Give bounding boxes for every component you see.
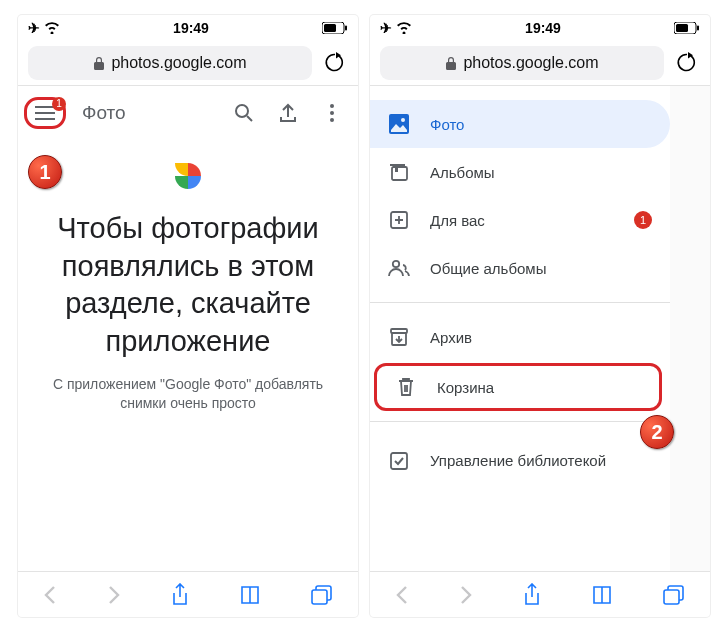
search-icon (234, 103, 254, 123)
wifi-icon (44, 22, 60, 34)
svg-point-5 (330, 111, 334, 115)
drawer-label: Для вас (430, 212, 485, 229)
menu-button[interactable]: 1 (24, 97, 66, 129)
share-button[interactable] (523, 583, 541, 607)
main-content: Чтобы фотографии появлялись в этом разде… (18, 140, 358, 414)
trash-icon (395, 376, 417, 398)
callout-2: 2 (640, 415, 674, 449)
drawer-label: Корзина (437, 379, 494, 396)
svg-rect-14 (392, 167, 407, 180)
drawer-item-for-you[interactable]: Для вас 1 (370, 196, 670, 244)
back-button[interactable] (43, 585, 57, 605)
bookmarks-button[interactable] (591, 585, 613, 605)
svg-point-6 (330, 118, 334, 122)
archive-icon (388, 326, 410, 348)
browser-url-row: photos.google.com (18, 41, 358, 85)
svg-rect-11 (697, 26, 699, 31)
svg-rect-8 (312, 590, 327, 604)
lock-icon (445, 56, 457, 70)
svg-rect-20 (391, 453, 407, 469)
people-icon (388, 257, 410, 279)
status-time: 19:49 (525, 20, 561, 36)
battery-icon (322, 22, 348, 34)
browser-url-row: photos.google.com (370, 41, 710, 85)
albums-icon (388, 161, 410, 183)
drawer-label: Общие альбомы (430, 260, 546, 277)
url-box[interactable]: photos.google.com (28, 46, 312, 80)
phone-right: ✈︎ 19:49 photos.google.com Фото Альбомы (370, 15, 710, 617)
empty-heading: Чтобы фотографии появлялись в этом разде… (38, 210, 338, 361)
svg-rect-15 (395, 167, 398, 172)
lock-icon (93, 56, 105, 70)
safari-toolbar (18, 571, 358, 617)
airplane-icon: ✈︎ (28, 20, 40, 36)
drawer-divider (370, 421, 670, 422)
drawer-item-trash[interactable]: Корзина (374, 363, 662, 411)
svg-point-13 (401, 118, 405, 122)
drawer-item-photos[interactable]: Фото (370, 100, 670, 148)
svg-point-3 (236, 105, 248, 117)
status-time: 19:49 (173, 20, 209, 36)
svg-rect-22 (664, 590, 679, 604)
drawer-label: Управление библиотекой (430, 451, 606, 471)
reload-button[interactable] (672, 52, 700, 74)
search-button[interactable] (230, 99, 258, 127)
more-vert-icon (330, 104, 334, 122)
url-text: photos.google.com (463, 54, 598, 72)
reload-button[interactable] (320, 52, 348, 74)
safari-toolbar (370, 571, 710, 617)
drawer-item-shared[interactable]: Общие альбомы (370, 244, 670, 292)
status-bar: ✈︎ 19:49 (370, 15, 710, 41)
image-icon (388, 113, 410, 135)
forward-button[interactable] (459, 585, 473, 605)
url-box[interactable]: photos.google.com (380, 46, 664, 80)
drawer-label: Фото (430, 116, 464, 133)
svg-point-17 (393, 261, 399, 267)
svg-rect-2 (345, 26, 347, 31)
app-title: Фото (82, 102, 214, 124)
upload-button[interactable] (274, 99, 302, 127)
drawer-item-albums[interactable]: Альбомы (370, 148, 670, 196)
url-text: photos.google.com (111, 54, 246, 72)
empty-subtext: С приложением "Google Фото" добавлять сн… (38, 375, 338, 414)
upload-icon (279, 103, 297, 123)
drawer-item-manage[interactable]: Управление библиотекой (370, 432, 670, 490)
drawer-label: Альбомы (430, 164, 495, 181)
app-bar: 1 Фото (18, 86, 358, 140)
hamburger-icon (35, 106, 55, 120)
drawer-divider (370, 302, 670, 303)
more-button[interactable] (318, 99, 346, 127)
tabs-button[interactable] (311, 585, 333, 605)
checkbox-icon (388, 450, 410, 472)
svg-rect-1 (324, 24, 336, 32)
callout-1: 1 (28, 155, 62, 189)
phone-left: ✈︎ 19:49 photos.google.com 1 Фото (18, 15, 358, 617)
nav-drawer: Фото Альбомы Для вас 1 Общие альбомы Арх… (370, 86, 670, 572)
svg-point-4 (330, 104, 334, 108)
drawer-label: Архив (430, 329, 472, 346)
status-bar: ✈︎ 19:49 (18, 15, 358, 41)
airplane-icon: ✈︎ (380, 20, 392, 36)
share-button[interactable] (171, 583, 189, 607)
menu-badge: 1 (52, 97, 66, 111)
bookmarks-button[interactable] (239, 585, 261, 605)
forward-button[interactable] (107, 585, 121, 605)
svg-rect-10 (676, 24, 688, 32)
drawer-item-archive[interactable]: Архив (370, 313, 670, 361)
wifi-icon (396, 22, 412, 34)
for-you-icon (388, 209, 410, 231)
battery-icon (674, 22, 700, 34)
tabs-button[interactable] (663, 585, 685, 605)
for-you-badge: 1 (634, 211, 652, 229)
back-button[interactable] (395, 585, 409, 605)
google-photos-logo (156, 148, 220, 204)
